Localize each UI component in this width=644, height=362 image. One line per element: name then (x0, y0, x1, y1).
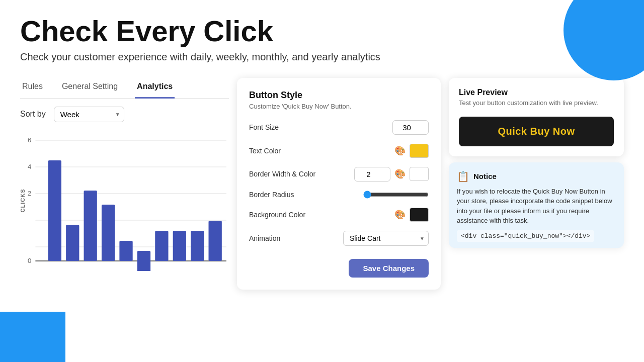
color-wheel-icon[interactable]: 🎨 (394, 145, 406, 156)
preview-quick-buy-button[interactable]: Quick Buy Now (459, 117, 614, 146)
tab-analytics[interactable]: Analytics (135, 78, 175, 99)
background-color-label: Background Color (249, 211, 305, 219)
font-size-label: Font Size (249, 123, 279, 131)
sort-select[interactable]: Day Week Month Year (54, 107, 124, 122)
right-panel: Live Preview Test your button customizat… (449, 78, 624, 290)
svg-rect-10 (48, 160, 61, 261)
notice-code: <div class="quick_buy_now"></div> (457, 230, 594, 242)
header: Check Every Click Check your customer ex… (0, 0, 644, 73)
svg-rect-13 (102, 205, 115, 261)
page-title: Check Every Click (20, 15, 624, 47)
decorative-rect-bottom-left (0, 312, 65, 362)
tabs: Rules General Setting Analytics (20, 78, 229, 99)
border-color-wheel-icon[interactable]: 🎨 (394, 168, 406, 179)
svg-rect-18 (191, 231, 204, 261)
border-radius-row: Border Radius (249, 191, 429, 199)
sort-label: Sort by (20, 110, 46, 119)
live-preview-subtitle: Test your button customization with live… (459, 99, 614, 107)
notice-icon: 📋 (457, 170, 469, 183)
background-color-control: 🎨 (394, 208, 429, 222)
font-size-control (392, 120, 429, 135)
animation-select-wrapper: None Slide Cart Fade Bounce (343, 231, 429, 246)
border-width-input[interactable] (354, 167, 390, 182)
notice-text: If you wish to relocate the Quick Buy No… (457, 187, 616, 226)
animation-control: None Slide Cart Fade Bounce (343, 231, 429, 246)
background-color-swatch[interactable] (410, 208, 429, 222)
background-color-row: Background Color 🎨 (249, 208, 429, 222)
notice-box: 📋 Notice If you wish to relocate the Qui… (449, 162, 624, 248)
chart-container: CLICKS 6 4 2 0 (20, 130, 229, 271)
border-radius-slider[interactable] (363, 191, 429, 199)
svg-rect-12 (84, 191, 97, 261)
animation-select[interactable]: None Slide Cart Fade Bounce (343, 231, 429, 246)
svg-rect-17 (173, 231, 186, 261)
svg-rect-11 (66, 225, 79, 261)
text-color-row: Text Color 🎨 (249, 144, 429, 158)
svg-text:2: 2 (28, 190, 31, 197)
svg-text:6: 6 (28, 136, 31, 144)
svg-rect-15 (137, 251, 150, 271)
notice-header: 📋 Notice (457, 170, 616, 183)
text-color-control: 🎨 (394, 144, 429, 158)
border-width-color-label: Border Width & Color (249, 170, 315, 178)
live-preview-box: Live Preview Test your button customizat… (449, 78, 624, 156)
text-color-label: Text Color (249, 147, 281, 155)
y-axis-label: CLICKS (20, 189, 26, 212)
sort-select-wrapper: Day Week Month Year (54, 107, 124, 122)
font-size-row: Font Size (249, 120, 429, 135)
bar-chart: 6 4 2 0 (20, 130, 229, 271)
border-radius-control (363, 191, 429, 199)
button-style-title: Button Style (249, 90, 429, 101)
border-width-color-row: Border Width & Color 🎨 (249, 167, 429, 182)
left-panel: Rules General Setting Analytics Sort by … (20, 78, 229, 290)
tab-general-setting[interactable]: General Setting (60, 78, 120, 99)
save-changes-button[interactable]: Save Changes (349, 259, 429, 278)
border-color-swatch[interactable] (410, 167, 429, 181)
text-color-swatch[interactable] (410, 144, 429, 158)
border-width-color-control: 🎨 (354, 167, 429, 182)
svg-rect-16 (155, 231, 168, 261)
border-radius-label: Border Radius (249, 191, 294, 199)
tab-rules[interactable]: Rules (20, 78, 45, 99)
svg-text:0: 0 (28, 257, 31, 264)
svg-text:4: 4 (28, 163, 31, 170)
live-preview-title: Live Preview (459, 88, 614, 97)
content-area: Rules General Setting Analytics Sort by … (0, 78, 644, 290)
bg-color-wheel-icon[interactable]: 🎨 (394, 209, 406, 220)
animation-label: Animation (249, 234, 280, 242)
svg-rect-14 (119, 241, 132, 261)
font-size-input[interactable] (392, 120, 429, 135)
svg-rect-19 (209, 221, 222, 261)
button-style-panel: Button Style Customize 'Quick Buy Now' B… (237, 78, 441, 290)
animation-row: Animation None Slide Cart Fade Bounce (249, 231, 429, 246)
button-style-subtitle: Customize 'Quick Buy Now' Button. (249, 103, 429, 110)
notice-title: Notice (473, 172, 497, 180)
sort-row: Sort by Day Week Month Year (20, 107, 229, 122)
page-subtitle: Check your customer experience with dail… (20, 51, 624, 63)
